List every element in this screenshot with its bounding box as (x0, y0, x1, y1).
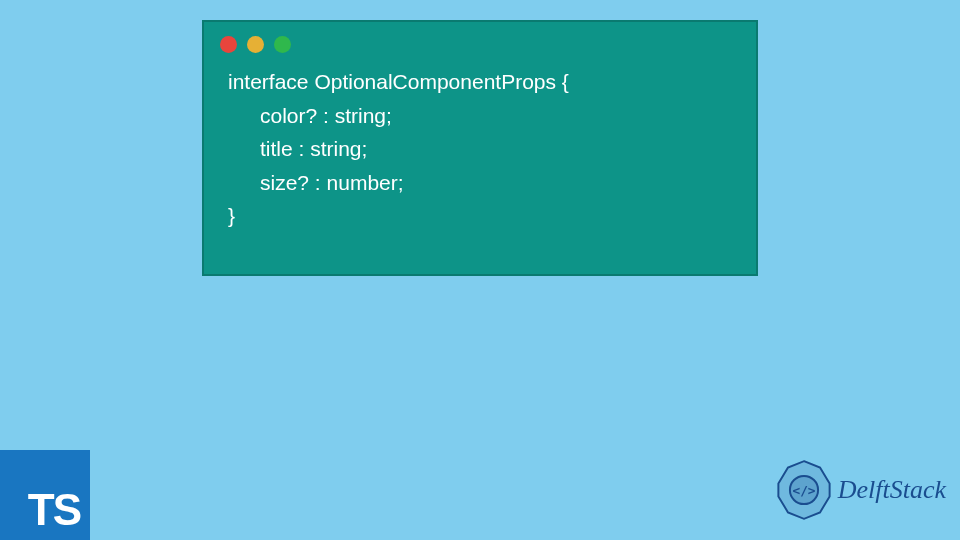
delftstack-brand-text: DelftStack (838, 475, 946, 505)
maximize-icon (274, 36, 291, 53)
typescript-badge-text: TS (28, 488, 80, 532)
code-line: interface OptionalComponentProps { (228, 65, 732, 99)
code-line: } (228, 199, 732, 233)
code-window: interface OptionalComponentProps { color… (202, 20, 758, 276)
svg-text:</>: </> (792, 483, 815, 498)
code-content: interface OptionalComponentProps { color… (204, 61, 756, 237)
minimize-icon (247, 36, 264, 53)
typescript-badge: TS (0, 450, 90, 540)
code-line: size? : number; (228, 166, 732, 200)
window-controls (204, 22, 756, 61)
code-line: color? : string; (228, 99, 732, 133)
close-icon (220, 36, 237, 53)
delftstack-icon: </> (772, 458, 836, 522)
code-line: title : string; (228, 132, 732, 166)
delftstack-logo: </> DelftStack (772, 458, 946, 522)
